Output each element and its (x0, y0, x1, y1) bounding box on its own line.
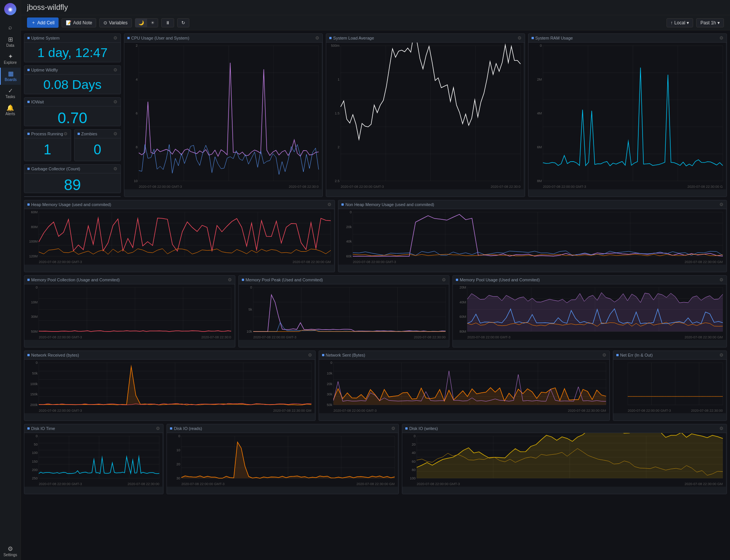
sidebar-item-tasks-label: Tasks (5, 95, 15, 99)
net-err-header: Net Err (In & Out) ⚙ (613, 351, 727, 360)
dt-gear-icon[interactable]: ⚙ (156, 426, 160, 431)
panel-zombies-title: Zombies (81, 132, 97, 136)
load-gear-icon[interactable]: ⚙ (517, 35, 522, 41)
sidebar-item-alerts[interactable]: 🔔 Alerts (0, 102, 21, 119)
dr-gear-icon[interactable]: ⚙ (391, 426, 395, 431)
explore-icon: ✦ (8, 54, 13, 60)
add-cell-button[interactable]: ＋ Add Cell (27, 17, 59, 28)
mem-collection-header: Memory Pool Collection (Usage and Commit… (24, 276, 235, 284)
panel-dot-2 (27, 69, 30, 71)
net-received-title: Network Received (bytes) (31, 353, 79, 357)
dw-gear-icon[interactable]: ⚙ (719, 426, 724, 431)
row-5: Disk IO Time ⚙ Disk IO (reads) ⚙ (24, 424, 727, 494)
uptime-wildfly-value: 0.08 Days (24, 75, 121, 94)
panel-process: Process Running ⚙ 1 (24, 129, 71, 161)
panel-dot-3 (27, 101, 30, 103)
time-range-select[interactable]: Past 1h ▾ (696, 18, 724, 27)
disk-reads-chart (167, 433, 398, 487)
mem-usage-title: Memory Pool Usage (Used and Commited) (460, 278, 540, 282)
ns-gear-icon[interactable]: ⚙ (602, 352, 606, 358)
net-err-title: Net Err (In & Out) (620, 353, 653, 357)
wildfly-gear-icon[interactable]: ⚙ (113, 67, 117, 73)
light-mode-btn[interactable]: ☀ (148, 19, 158, 27)
mc-gear-icon[interactable]: ⚙ (228, 277, 232, 282)
panel-uptime-wildfly: Uptime Wildfly ⚙ 0.08 Days (24, 65, 121, 94)
process-zombies-row: Process Running ⚙ 1 Zombies (24, 129, 121, 161)
panel-uptime-wildfly-header: Uptime Wildfly ⚙ (24, 66, 121, 75)
net-sent-header: Network Sent (Bytes) ⚙ (319, 351, 610, 360)
cpu-gear-icon[interactable]: ⚙ (315, 35, 319, 41)
disk-writes-header: Disk IO (writes) ⚙ (402, 424, 727, 433)
ns-dot (322, 354, 324, 356)
main-area: jboss-wildfly ＋ Add Cell 📝 Add Note ⊙ Va… (21, 0, 730, 560)
panel-dot (27, 37, 30, 39)
iowait-value: 0.70 (24, 106, 121, 126)
panel-iowait-title: IOWait (31, 100, 44, 104)
mem-usage-header: Memory Pool Usage (Used and Commited) ⚙ (453, 276, 727, 284)
ram-chart (528, 43, 726, 189)
pause-icon: ⏸ (165, 20, 170, 25)
zombies-gear-icon[interactable]: ⚙ (113, 131, 117, 136)
panel-load-header: System Load Average ⚙ (326, 34, 524, 43)
tasks-icon: ✓ (8, 88, 13, 94)
local-select[interactable]: ↑ Local ▾ (667, 18, 694, 27)
panel-non-heap: Non Heap Memory Usage (used and commited… (338, 200, 727, 272)
row-2: Heap Memory Usage (used and commited) ⚙ … (24, 200, 727, 272)
mp-gear-icon[interactable]: ⚙ (442, 277, 446, 282)
panel-process-header: Process Running ⚙ (24, 130, 71, 138)
sidebar-item-boards[interactable]: ▦ Boards (0, 68, 21, 85)
data-icon: ⊞ (8, 36, 13, 43)
panel-dot-5 (78, 133, 80, 135)
garbage-gear-icon[interactable]: ⚙ (113, 166, 117, 171)
sidebar-item-boards-label: Boards (5, 78, 17, 82)
net-sent-chart (319, 360, 609, 413)
mem-collection-title: Memory Pool Collection (Usage and Commit… (31, 278, 120, 282)
disk-writes-chart (402, 433, 726, 487)
ram-gear-icon[interactable]: ⚙ (719, 35, 724, 41)
search-icon: ⌕ (8, 24, 12, 30)
row-1: Uptime System ⚙ 1 day, 12:47 Uptime Wild… (24, 33, 727, 197)
process-gear-icon[interactable]: ⚙ (63, 131, 68, 136)
sidebar-item-data-label: Data (6, 43, 14, 48)
sidebar-item-explore[interactable]: ✦ Explore (0, 51, 21, 68)
panel-iowait: IOWait ⚙ 0.70 (24, 97, 121, 126)
nr-gear-icon[interactable]: ⚙ (308, 352, 312, 358)
chevron-down-icon: ▾ (687, 20, 689, 25)
note-icon: 📝 (66, 20, 71, 25)
panel-uptime-system: Uptime System ⚙ 1 day, 12:47 (24, 33, 121, 62)
sidebar-item-data[interactable]: ⊞ Data (0, 33, 21, 51)
mu-gear-icon[interactable]: ⚙ (719, 277, 724, 282)
topbar: jboss-wildfly (21, 0, 730, 15)
disk-reads-header: Disk IO (reads) ⚙ (167, 424, 398, 433)
dark-mode-btn[interactable]: 🌙 (135, 19, 147, 27)
sidebar-item-settings-label: Settings (3, 553, 17, 557)
non-heap-gear-icon[interactable]: ⚙ (719, 202, 724, 207)
refresh-button[interactable]: ↻ (177, 18, 189, 27)
dt-dot (27, 427, 30, 430)
net-err-chart (613, 360, 726, 413)
sidebar-item-alerts-label: Alerts (5, 112, 15, 116)
iowait-gear-icon[interactable]: ⚙ (113, 99, 117, 105)
heap-dot (27, 203, 30, 206)
panel-disk-reads: Disk IO (reads) ⚙ (167, 424, 399, 494)
theme-toggle[interactable]: 🌙 ☀ (135, 18, 158, 27)
sidebar-item-tasks[interactable]: ✓ Tasks (0, 85, 21, 102)
app-logo[interactable]: ◉ (4, 3, 16, 15)
variables-button[interactable]: ⊙ Variables (99, 18, 132, 27)
panel-heap-header: Heap Memory Usage (used and commited) ⚙ (24, 200, 335, 209)
ne-gear-icon[interactable]: ⚙ (719, 352, 724, 358)
uptime-system-gear-icon[interactable]: ⚙ (113, 35, 117, 41)
heap-gear-icon[interactable]: ⚙ (327, 202, 332, 207)
pause-button[interactable]: ⏸ (161, 18, 174, 27)
sidebar-item-search[interactable]: ⌕ (0, 21, 21, 33)
row-4: Network Received (bytes) ⚙ Network Sent … (24, 351, 727, 421)
toolbar: ＋ Add Cell 📝 Add Note ⊙ Variables 🌙 ☀ ⏸ … (21, 15, 730, 30)
panel-mem-usage: Memory Pool Usage (Used and Commited) ⚙ (452, 275, 727, 347)
nonheap-chart (338, 209, 726, 265)
sidebar-item-settings[interactable]: ⚙ Settings (0, 543, 21, 560)
panel-mem-collection: Memory Pool Collection (Usage and Commit… (24, 275, 235, 347)
panel-cpu-header: CPU Usage (User and System) ⚙ (124, 34, 322, 43)
panel-disk-time: Disk IO Time ⚙ (24, 424, 163, 494)
add-note-button[interactable]: 📝 Add Note (62, 18, 96, 27)
variables-icon: ⊙ (103, 20, 107, 25)
